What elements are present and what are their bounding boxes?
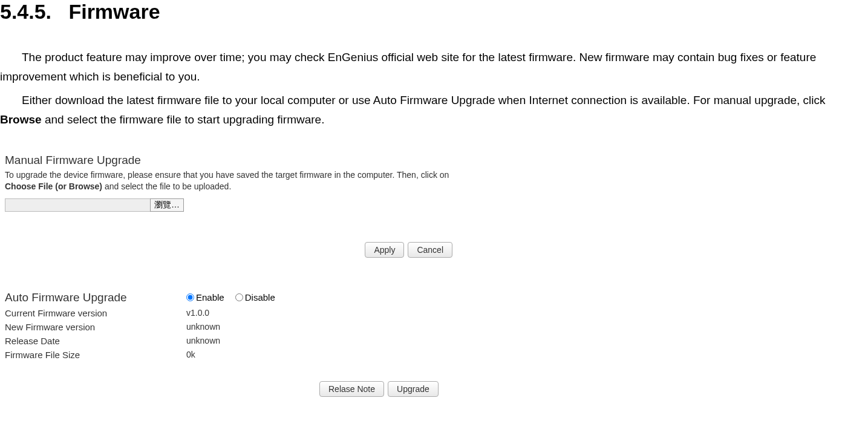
auto-row-0: Current Firmware version v1.0.0 xyxy=(5,308,458,318)
auto-row-3: Firmware File Size 0k xyxy=(5,350,458,360)
enable-label: Enable xyxy=(196,292,224,302)
disable-option[interactable]: Disable xyxy=(235,292,275,302)
auto-title-row: Auto Firmware Upgrade Enable Disable xyxy=(5,291,458,304)
screenshot-area: Manual Firmware Upgrade To upgrade the d… xyxy=(5,154,458,397)
section-title: Firmware xyxy=(68,0,160,23)
paragraph-1: The product feature may improve over tim… xyxy=(0,48,868,87)
manual-button-row: Apply Cancel xyxy=(356,242,452,258)
paragraph-2-after: and select the firmware file to start up… xyxy=(42,113,325,126)
auto-value-2: unknown xyxy=(186,336,220,345)
paragraph-2-bold: Browse xyxy=(0,113,42,126)
file-path-input[interactable] xyxy=(5,198,150,212)
disable-label: Disable xyxy=(245,292,275,302)
paragraph-2-before: Either download the latest firmware file… xyxy=(22,94,826,106)
auto-label-3: Firmware File Size xyxy=(5,350,186,360)
apply-button[interactable]: Apply xyxy=(365,242,404,258)
auto-row-2: Release Date unknown xyxy=(5,336,458,346)
enable-radio[interactable] xyxy=(186,293,194,301)
auto-label-2: Release Date xyxy=(5,336,186,346)
auto-row-1: New Firmware version unknown xyxy=(5,322,458,332)
auto-label-1: New Firmware version xyxy=(5,322,186,332)
manual-desc-before: To upgrade the device firmware, please e… xyxy=(5,170,449,180)
auto-radio-group: Enable Disable xyxy=(186,292,275,302)
enable-option[interactable]: Enable xyxy=(186,292,224,302)
manual-upgrade-title: Manual Firmware Upgrade xyxy=(5,154,458,167)
auto-value-3: 0k xyxy=(186,350,195,359)
manual-upgrade-desc: To upgrade the device firmware, please e… xyxy=(5,169,458,192)
manual-desc-bold: Choose File (or Browse) xyxy=(5,181,102,191)
release-note-button[interactable]: Relase Note xyxy=(319,381,384,397)
file-input-row: 瀏覽… xyxy=(5,198,458,212)
auto-value-0: v1.0.0 xyxy=(186,308,209,318)
cancel-button[interactable]: Cancel xyxy=(408,242,452,258)
content: The product feature may improve over tim… xyxy=(0,48,868,397)
auto-section: Auto Firmware Upgrade Enable Disable Cur… xyxy=(5,291,458,360)
disable-radio[interactable] xyxy=(235,293,243,301)
auto-upgrade-title: Auto Firmware Upgrade xyxy=(5,291,186,304)
manual-desc-after: and select the file to be uploaded. xyxy=(102,181,231,191)
auto-value-1: unknown xyxy=(186,322,220,332)
section-number: 5.4.5. xyxy=(0,0,51,23)
upgrade-button[interactable]: Upgrade xyxy=(388,381,439,397)
auto-button-row: Relase Note Upgrade xyxy=(319,381,458,397)
browse-button[interactable]: 瀏覽… xyxy=(150,198,184,212)
section-heading: 5.4.5. Firmware xyxy=(0,0,868,24)
auto-label-0: Current Firmware version xyxy=(5,308,186,318)
paragraph-2: Either download the latest firmware file… xyxy=(0,91,868,130)
